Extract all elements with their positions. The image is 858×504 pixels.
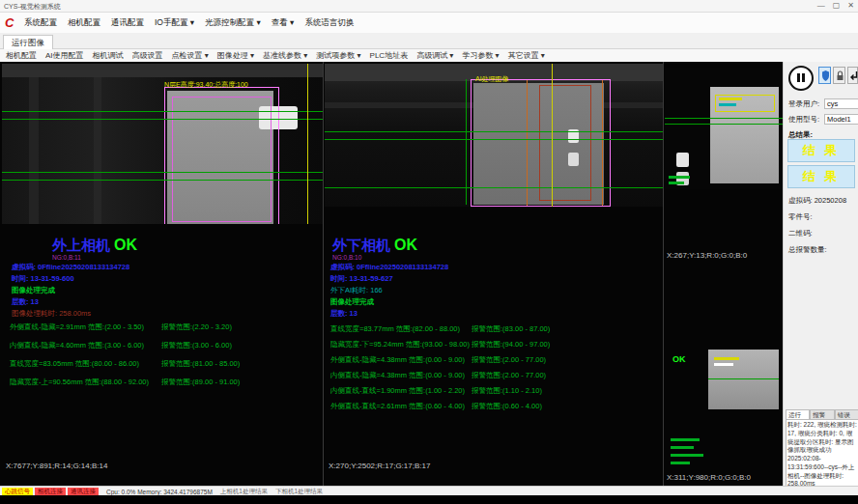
alarm-range: 报警范围:(1.10 - 2.10)	[472, 386, 542, 396]
tool-ai-config[interactable]: AI使用配置	[45, 50, 84, 61]
logout-button[interactable]	[847, 67, 858, 84]
log-text-area[interactable]: 耗时: 222, 瑕疵检测耗时: 17, 瑕疵分类耗时: 0, 瑕疵提取分区耗时…	[786, 419, 858, 487]
measurement-row: 直线宽度=83.05mm 范围:(80.00 - 86.00)	[10, 359, 139, 369]
right-bottom-result: OK	[672, 355, 686, 365]
left-ng-info: NG:0,B:11	[52, 254, 81, 261]
total-alarm-count-label: 总报警数量:	[788, 245, 827, 255]
tool-other-settings[interactable]: 其它设置 ▾	[508, 50, 545, 61]
machine-column	[94, 77, 101, 224]
measure-line-green	[325, 131, 663, 132]
shield-button[interactable]	[818, 67, 831, 84]
right-sidebar: 登录用户: cys 使用型号: Model1 总结果: 结 果 结 果 虚拟码:…	[783, 62, 858, 486]
tool-spot-check[interactable]: 点检设置 ▾	[172, 50, 209, 61]
tool-camera-config[interactable]: 相机配置	[6, 50, 37, 61]
tool-image-processing[interactable]: 图像处理 ▾	[217, 50, 254, 61]
lock-icon	[834, 68, 846, 85]
model-select[interactable]: Model1	[824, 114, 858, 125]
measure-line-green	[2, 111, 323, 112]
measure-line-green	[2, 180, 323, 181]
tiny-green-text	[671, 438, 700, 441]
measure-line-green	[325, 139, 663, 140]
measurement-row: 隐藏宽度-下=95.24mm 范围:(93.00 - 98.00)	[330, 340, 470, 350]
login-user-value: cys	[824, 98, 858, 109]
measure-line-green	[2, 172, 323, 173]
left-camera-image[interactable]: N层E高度:93.40:总高度:100	[2, 64, 323, 224]
menu-light-config[interactable]: 光源控制配置 ▾	[205, 17, 261, 29]
comm-connect-badge: 通讯连接	[68, 488, 99, 495]
back-arrow-icon	[848, 68, 858, 85]
bottom-strip	[0, 495, 858, 504]
right-bottom-camera-panel[interactable]: OK X:311;Y:980;R:0;G:0;B:0	[665, 266, 783, 486]
measure-line-green-vertical	[466, 79, 467, 205]
measure-line-green	[708, 378, 779, 379]
alarm-range: 报警范围:(2.20 - 3.20)	[161, 322, 232, 332]
shield-icon	[819, 68, 832, 85]
panel-divider	[663, 62, 664, 486]
center-ai-elapsed: 外下AI耗时: 166	[330, 287, 383, 294]
tiny-overlay-text	[669, 176, 690, 179]
tab-strip: 运行图像	[0, 33, 858, 49]
tab-run-image[interactable]: 运行图像	[3, 35, 53, 49]
camera-connect-badge: 相机连接	[35, 488, 66, 495]
titlebar: CYS-视觉检测系统 — ▢ ✕	[0, 0, 858, 13]
center-process-status: 图像处理完成	[330, 298, 374, 306]
menu-comm-config[interactable]: 通讯配置	[111, 17, 144, 29]
tool-advanced-settings[interactable]: 高级设置	[132, 50, 163, 61]
ruler-line-yellow	[307, 64, 308, 224]
menu-language-switch[interactable]: 系统语言切换	[304, 17, 354, 29]
login-user-label: 登录用户:	[788, 99, 819, 109]
tiny-green-text	[671, 446, 694, 449]
left-elapsed: 图像处理耗时: 258.00ms	[12, 310, 91, 318]
center-time: 时间: 13-31-59-627	[330, 275, 393, 283]
menu-io-config[interactable]: IO手配置 ▾	[155, 17, 194, 29]
right-top-camera-image[interactable]	[665, 68, 783, 189]
part-number-label: 零件号:	[788, 212, 813, 222]
pause-button[interactable]	[788, 66, 814, 91]
left-pixel-coords: X:7677;Y:891;R:14;G:14;B:14	[6, 462, 107, 470]
right-top-camera-panel[interactable]: X:267;Y:13;R:0;G:0;B:0	[665, 62, 783, 263]
menu-system-config[interactable]: 系统配置	[24, 17, 57, 29]
center-ng-info: NG:0,B:10	[332, 254, 361, 261]
right-bottom-camera-image[interactable]	[708, 350, 779, 409]
ruler-line-yellow	[552, 64, 553, 207]
pause-icon	[797, 73, 800, 82]
measure-line-green	[325, 187, 663, 188]
toolbar: 相机配置 AI使用配置 相机调试 高级设置 点检设置 ▾ 图像处理 ▾ 基准线参…	[0, 49, 858, 63]
machine-rail	[2, 64, 323, 77]
heartbeat-status-badge: 心跳信号	[2, 488, 33, 495]
center-camera-panel[interactable]: AI处理图像 外下相机 OK NG:0,B:10 虚拟码: 0Ffline202…	[325, 62, 663, 486]
tool-advanced-debug[interactable]: 高级调试 ▾	[416, 50, 453, 61]
right-top-pixel-coords: X:267;Y:13;R:0;G:0;B:0	[667, 251, 747, 260]
tool-learning-params[interactable]: 学习参数 ▾	[462, 50, 499, 61]
alarm-range: 报警范围:(2.00 - 77.00)	[472, 355, 546, 365]
measurement-row: 内侧直线-隐藏=4.60mm 范围:(3.00 - 6.00)	[10, 341, 144, 350]
panel-divider	[323, 62, 324, 486]
left-process-status: 图像处理完成	[12, 287, 55, 294]
machine-column	[29, 77, 39, 224]
minimize-icon[interactable]: —	[817, 1, 825, 10]
alarm-range: 报警范围:(83.00 - 87.00)	[472, 324, 550, 334]
center-camera-image[interactable]: AI处理图像	[325, 64, 663, 207]
measurement-row: 外侧直线-直线=2.61mm 范围:(0.60 - 4.00)	[330, 402, 465, 411]
lock-button[interactable]	[833, 67, 845, 84]
tiny-overlay-text	[714, 363, 733, 366]
menu-view[interactable]: 查看 ▾	[272, 17, 295, 29]
tool-baseline-params[interactable]: 基准线参数 ▾	[263, 50, 307, 61]
measurement-row: 隐藏宽度-上=90.56mm 范围:(88.00 - 92.00)	[10, 378, 149, 387]
tool-plc-address[interactable]: PLC地址表	[370, 50, 409, 61]
tool-camera-debug[interactable]: 相机调试	[93, 50, 124, 61]
center-camera-result: OK	[394, 237, 417, 254]
maximize-icon[interactable]: ▢	[833, 1, 841, 10]
measure-line-green	[2, 119, 323, 120]
virtual-code-field: 虚拟码: 20250208	[788, 196, 846, 206]
tool-test-params[interactable]: 测试项参数 ▾	[316, 50, 360, 61]
alarm-range: 报警范围:(2.00 - 77.00)	[472, 371, 546, 380]
left-camera-panel[interactable]: N层E高度:93.40:总高度:100 外上相机 OK NG:0,B:11 虚拟…	[2, 62, 323, 486]
qr-code-label: 二维码:	[788, 229, 813, 238]
tiny-green-text	[671, 462, 690, 464]
close-icon[interactable]: ✕	[847, 1, 854, 10]
alarm-range: 报警范围:(94.00 - 97.00)	[472, 340, 550, 350]
result-box-2: 结 果	[787, 165, 855, 188]
menu-camera-config[interactable]: 相机配置	[68, 17, 100, 29]
left-layer-count: 层数: 13	[12, 298, 39, 306]
